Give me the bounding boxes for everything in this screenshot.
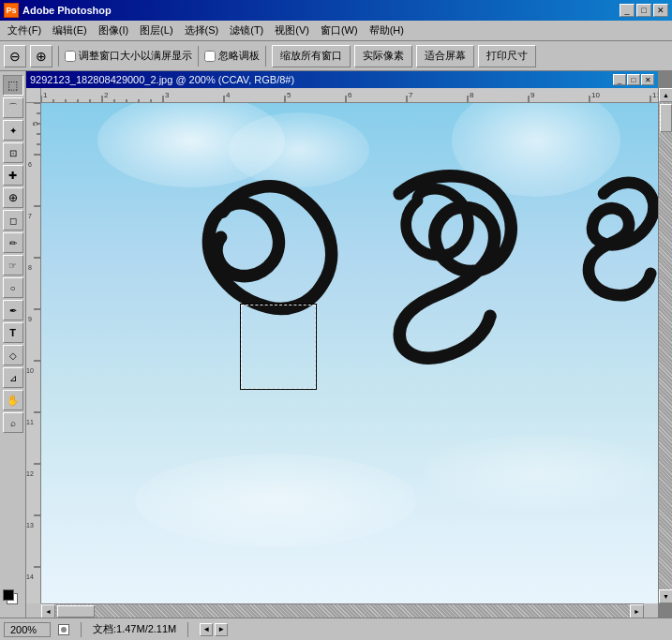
tool-paint[interactable]: ✏ bbox=[3, 232, 23, 253]
tool-crop[interactable]: ⊡ bbox=[3, 142, 23, 163]
doc-info: 文档:1.47M/2.11M bbox=[93, 622, 176, 636]
status-icon bbox=[58, 624, 69, 635]
status-sep-1 bbox=[81, 622, 82, 637]
tool-wand[interactable]: ✦ bbox=[3, 120, 23, 141]
doc-title: 9292123_182808429000_2.jpg @ 200% (CCAV,… bbox=[30, 74, 294, 85]
maximize-button[interactable]: □ bbox=[636, 4, 651, 17]
svg-text:9: 9 bbox=[28, 316, 32, 322]
svg-text:9: 9 bbox=[530, 91, 535, 99]
scroll-h-thumb[interactable] bbox=[57, 605, 95, 618]
title-bar-left: Ps Adobe Photoshop bbox=[4, 3, 112, 18]
top-ruler-row: 1 2 3 4 5 6 bbox=[26, 88, 658, 103]
doc-title-controls: _ □ ✕ bbox=[613, 74, 654, 85]
svg-text:13: 13 bbox=[26, 522, 34, 528]
svg-text:3: 3 bbox=[165, 91, 170, 99]
tool-eraser[interactable]: ◻ bbox=[3, 210, 23, 231]
app-icon: Ps bbox=[4, 3, 19, 18]
close-button[interactable]: ✕ bbox=[653, 4, 668, 17]
svg-text:6: 6 bbox=[348, 91, 352, 99]
calligraphy-svg bbox=[41, 103, 658, 603]
scroll-h-track[interactable] bbox=[55, 604, 630, 618]
svg-text:6: 6 bbox=[28, 161, 32, 168]
toolbar: ⊖ ⊕ 调整窗口大小以满屏显示 忽略调板 缩放所有窗口 实际像素 适合屏幕 打印… bbox=[0, 41, 672, 71]
scroll-up-button[interactable]: ▲ bbox=[659, 88, 672, 102]
tool-eyedropper[interactable]: ⊿ bbox=[3, 367, 23, 388]
tool-hand[interactable]: ✋ bbox=[3, 390, 23, 410]
svg-text:10: 10 bbox=[591, 91, 600, 99]
tool-shape[interactable]: ◇ bbox=[3, 345, 23, 365]
left-ruler: 5 6 7 8 9 10 bbox=[26, 103, 41, 603]
toolbar-separator-1 bbox=[58, 46, 59, 67]
main-area: ⬚ ⌒ ✦ ⊡ ✚ ⊕ ◻ ✏ ☞ ○ ✒ T ◇ ⊿ ✋ ⌕ 9292123_… bbox=[0, 71, 672, 618]
menu-image[interactable]: 图像(I) bbox=[93, 22, 134, 39]
tool-clone[interactable]: ⊕ bbox=[3, 187, 23, 208]
menu-layer[interactable]: 图层(L) bbox=[134, 22, 178, 39]
svg-text:14: 14 bbox=[26, 573, 34, 580]
minimize-button[interactable]: _ bbox=[620, 4, 635, 17]
vertical-scrollbar: ▲ ▼ bbox=[658, 88, 672, 603]
toolbar-separator-3 bbox=[265, 46, 266, 67]
tool-zoom[interactable]: ⌕ bbox=[3, 412, 23, 433]
title-bar-controls: _ □ ✕ bbox=[620, 4, 668, 17]
svg-text:10: 10 bbox=[26, 367, 34, 374]
image-canvas bbox=[41, 103, 658, 603]
status-sep-2 bbox=[187, 622, 188, 637]
zoom-level-display: 200% bbox=[4, 622, 51, 637]
tool-healing[interactable]: ✚ bbox=[3, 165, 23, 186]
nav-next-button[interactable]: ► bbox=[215, 623, 228, 636]
menu-file[interactable]: 文件(F) bbox=[2, 22, 47, 39]
zoom-out-button[interactable]: ⊖ bbox=[4, 45, 26, 67]
menu-window[interactable]: 窗口(W) bbox=[315, 22, 364, 39]
menu-help[interactable]: 帮助(H) bbox=[364, 22, 410, 39]
canvas-container: 9292123_182808429000_2.jpg @ 200% (CCAV,… bbox=[26, 71, 672, 618]
doc-minimize-button[interactable]: _ bbox=[613, 74, 626, 85]
tool-smudge[interactable]: ☞ bbox=[3, 255, 23, 275]
image-row: 5 6 7 8 9 10 bbox=[26, 103, 658, 603]
scroll-down-button[interactable]: ▼ bbox=[659, 589, 672, 603]
fit-screen-button[interactable]: 适合屏幕 bbox=[416, 45, 474, 67]
status-indicator bbox=[58, 624, 69, 635]
svg-text:4: 4 bbox=[226, 91, 231, 99]
tool-text[interactable]: T bbox=[3, 322, 23, 343]
status-nav: ◄ ► bbox=[200, 623, 228, 636]
doc-maximize-button[interactable]: □ bbox=[627, 74, 640, 85]
tool-lasso[interactable]: ⌒ bbox=[3, 97, 23, 118]
menu-edit[interactable]: 编辑(E) bbox=[47, 22, 93, 39]
fit-window-checkbox-label: 调整窗口大小以满屏显示 bbox=[65, 49, 192, 63]
nav-prev-button[interactable]: ◄ bbox=[200, 623, 213, 636]
zoom-in-button[interactable]: ⊕ bbox=[30, 45, 52, 67]
svg-text:11: 11 bbox=[26, 419, 34, 425]
scroll-v-thumb[interactable] bbox=[660, 104, 672, 132]
svg-text:7: 7 bbox=[409, 91, 413, 99]
scroll-v-track[interactable] bbox=[659, 102, 672, 589]
actual-pixels-button[interactable]: 实际像素 bbox=[354, 45, 412, 67]
horizontal-scrollbar: ◄ ► bbox=[41, 603, 644, 618]
menu-select[interactable]: 选择(S) bbox=[179, 22, 225, 39]
scroll-left-button[interactable]: ◄ bbox=[41, 604, 55, 618]
ignore-panel-checkbox[interactable] bbox=[204, 51, 216, 62]
left-toolbox: ⬚ ⌒ ✦ ⊡ ✚ ⊕ ◻ ✏ ☞ ○ ✒ T ◇ ⊿ ✋ ⌕ bbox=[0, 71, 26, 618]
document-window: 9292123_182808429000_2.jpg @ 200% (CCAV,… bbox=[26, 71, 658, 618]
app-title: Adobe Photoshop bbox=[22, 5, 112, 16]
print-size-button[interactable]: 打印尺寸 bbox=[478, 45, 536, 67]
ignore-panel-checkbox-label: 忽略调板 bbox=[204, 49, 260, 63]
fit-window-checkbox[interactable] bbox=[65, 51, 76, 62]
title-bar: Ps Adobe Photoshop _ □ ✕ bbox=[0, 0, 672, 21]
svg-text:5: 5 bbox=[287, 91, 291, 99]
svg-text:12: 12 bbox=[26, 470, 34, 477]
menu-filter[interactable]: 滤镜(T) bbox=[224, 22, 269, 39]
toolbar-separator-2 bbox=[198, 46, 199, 67]
tool-path[interactable]: ✒ bbox=[3, 300, 23, 320]
color-swatches bbox=[3, 589, 23, 610]
ruler-corner bbox=[26, 88, 41, 103]
fit-screen-all-button[interactable]: 缩放所有窗口 bbox=[272, 45, 351, 67]
menu-view[interactable]: 视图(V) bbox=[269, 22, 315, 39]
status-bar: 200% 文档:1.47M/2.11M ◄ ► bbox=[0, 618, 672, 640]
tool-dodge[interactable]: ○ bbox=[3, 277, 23, 298]
scroll-right-button[interactable]: ► bbox=[630, 604, 644, 618]
doc-close-button[interactable]: ✕ bbox=[641, 74, 654, 85]
tool-marquee[interactable]: ⬚ bbox=[3, 75, 23, 96]
svg-text:7: 7 bbox=[28, 213, 32, 219]
top-ruler: 1 2 3 4 5 6 bbox=[41, 88, 658, 103]
doc-title-bar: 9292123_182808429000_2.jpg @ 200% (CCAV,… bbox=[26, 71, 658, 88]
